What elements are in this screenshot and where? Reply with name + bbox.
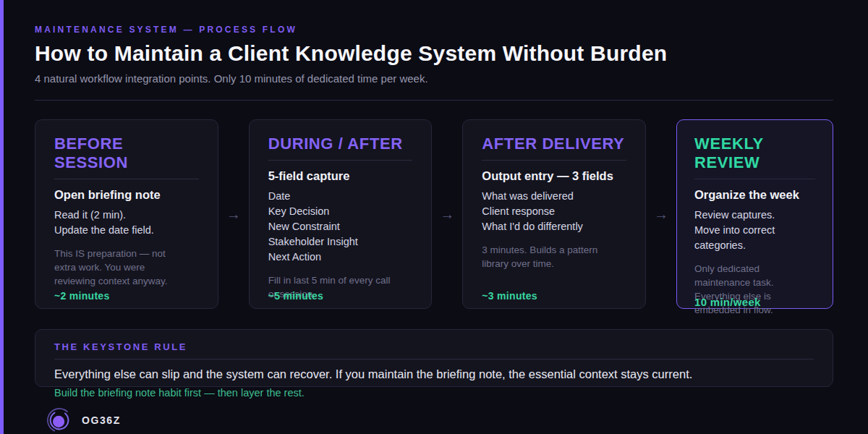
- card-subheading: Output entry — 3 fields: [482, 169, 626, 183]
- card-subheading: Organize the week: [694, 188, 815, 202]
- card-time-badge: ~2 minutes: [54, 290, 110, 302]
- card-line: Stakeholder Insight: [268, 234, 413, 250]
- keystone-body: Everything else can slip and the system …: [54, 366, 814, 382]
- card-line: Review captures.: [694, 208, 815, 223]
- brand-name: OG36Z: [82, 414, 121, 426]
- card-line: Date: [268, 189, 413, 204]
- card-lines: Read it (2 min).Update the date field.: [54, 208, 199, 238]
- keystone-label: THE KEYSTONE RULE: [54, 341, 814, 352]
- card-before-session: BEFORE SESSION Open briefing note Read i…: [35, 119, 218, 309]
- card-time-badge: 10 min/week: [694, 296, 761, 308]
- card-during-after: DURING / AFTER 5-field capture DateKey D…: [249, 119, 433, 309]
- arrow-right-icon: →: [646, 119, 676, 309]
- card-line: Key Decision: [268, 204, 413, 219]
- brand-orbit-logo-icon: [46, 407, 74, 434]
- card-line: Read it (2 min).: [54, 208, 199, 223]
- card-divider: [482, 160, 626, 161]
- header: MAINTENANCE SYSTEM — PROCESS FLOW How to…: [35, 25, 833, 101]
- card-note: This IS preparation — not extra work. Yo…: [54, 247, 199, 288]
- card-note: 3 minutes. Builds a pattern library over…: [482, 243, 626, 271]
- card-subheading: Open briefing note: [54, 188, 199, 202]
- card-after-delivery: AFTER DELIVERY Output entry — 3 fields W…: [462, 119, 646, 309]
- left-accent-bar: [0, 0, 4, 434]
- keystone-footnote: Build the briefing note habit first — th…: [54, 387, 814, 399]
- card-divider: [54, 179, 199, 179]
- card-divider: [268, 160, 413, 161]
- arrow-right-icon: →: [218, 119, 249, 309]
- card-lines: Review captures.Move into correct catego…: [694, 208, 815, 253]
- arrow-right-icon: →: [432, 119, 462, 309]
- keystone-rule-panel: THE KEYSTONE RULE Everything else can sl…: [35, 329, 833, 387]
- card-heading: BEFORE SESSION: [54, 135, 199, 172]
- card-line: Move into correct categories.: [694, 223, 815, 253]
- page-subtitle: 4 natural workflow integration points. O…: [35, 72, 833, 85]
- keystone-divider: [54, 359, 814, 359]
- card-heading: WEEKLY REVIEW: [694, 135, 815, 172]
- card-time-badge: ~3 minutes: [482, 290, 537, 302]
- card-lines: What was deliveredClient responseWhat I'…: [482, 189, 626, 234]
- process-flow: BEFORE SESSION Open briefing note Read i…: [35, 119, 833, 309]
- card-subheading: 5-field capture: [268, 169, 413, 183]
- card-heading: AFTER DELIVERY: [482, 135, 626, 153]
- card-line: New Constraint: [268, 219, 413, 234]
- card-time-badge: ~5 minutes: [268, 290, 324, 302]
- card-heading: DURING / AFTER: [268, 135, 413, 153]
- card-line: What I'd do differently: [482, 219, 626, 234]
- card-line: Update the date field.: [54, 223, 199, 238]
- card-weekly-review: WEEKLY REVIEW Organize the week Review c…: [676, 119, 833, 309]
- card-line: What was delivered: [482, 189, 626, 204]
- header-divider: [35, 100, 833, 101]
- card-line: Client response: [482, 204, 626, 219]
- page-title: How to Maintain a Client Knowledge Syste…: [35, 41, 833, 66]
- card-line: Next Action: [268, 250, 413, 265]
- card-lines: DateKey DecisionNew ConstraintStakeholde…: [268, 189, 413, 265]
- eyebrow-label: MAINTENANCE SYSTEM — PROCESS FLOW: [35, 25, 833, 35]
- footer: OG36Z: [46, 407, 833, 434]
- card-divider: [694, 179, 815, 179]
- page: MAINTENANCE SYSTEM — PROCESS FLOW How to…: [0, 0, 868, 434]
- card-note: Only dedicated maintenance task. Everyth…: [694, 262, 815, 317]
